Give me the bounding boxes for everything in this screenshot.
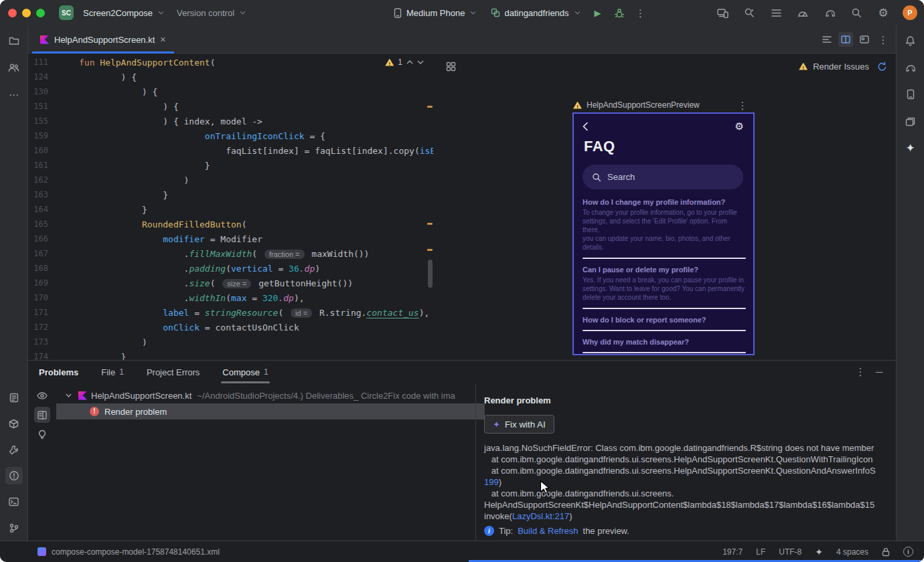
run-button[interactable]: ▶ [591,5,605,20]
notifications-bell-icon[interactable] [902,32,919,50]
gradle-sync-button[interactable] [822,5,837,20]
tab-project-errors[interactable]: Project Errors [147,361,200,383]
quickfix-bulb-icon[interactable] [34,426,50,442]
code-line[interactable]: 174 } [28,349,433,360]
code-line[interactable]: 169 .size( size = getButtonHeight()) [28,276,433,290]
code-line[interactable]: 151 ) { [28,99,433,114]
project-menu[interactable]: Screen2Compose [79,4,167,21]
code-line[interactable]: 170 .widthIn(max = 320.dp), [28,290,433,305]
editor-tab-active[interactable]: HelpAndSupportScreen.kt × [32,25,174,54]
close-window-button[interactable] [8,9,17,17]
design-view-button[interactable] [857,32,872,47]
terminal-tool-button[interactable] [5,493,23,510]
device-selector[interactable]: Medium Phone [388,4,479,21]
todo-tool-button[interactable] [5,389,23,406]
tab-file[interactable]: File 1 [101,361,124,383]
expand-chevron-icon[interactable] [66,393,72,397]
debug-button[interactable] [612,5,627,20]
code-line[interactable]: 171 label = stringResource( id = R.strin… [28,305,433,320]
caret-position-widget[interactable]: 197:7 [722,547,743,557]
refresh-preview-icon[interactable] [874,59,889,74]
device-explorer-tool-button[interactable] [902,112,919,130]
code-line[interactable]: 164 } [28,202,433,217]
version-control-tool-button[interactable] [5,519,23,537]
panel-options-icon[interactable]: ⋮ [853,364,868,379]
problems-tool-button[interactable] [5,467,23,484]
close-tab-icon[interactable]: × [160,35,165,44]
run-configuration-selector[interactable]: datingandfriends [486,4,583,21]
code-view-button[interactable] [820,32,834,47]
warning-stripe-mark[interactable] [427,223,433,225]
version-control-menu[interactable]: Version control [173,4,249,21]
structure-list-button[interactable] [769,5,783,20]
code-line[interactable]: 130 ) { [28,84,433,99]
more-run-actions-button[interactable]: ⋮ [633,5,648,20]
next-warning-button[interactable] [417,60,424,64]
preview-grid-layout-icon[interactable] [443,59,458,74]
faq-settings-gear-icon[interactable]: ⚙ [735,120,744,132]
gemini-ai-tool-button[interactable]: ✦ [902,139,919,157]
back-chevron-icon[interactable] [582,122,589,131]
faq-search-bar[interactable]: Search [583,165,743,189]
code-line[interactable]: 155 ) { index, model -> [28,114,433,128]
code-line[interactable]: 111fun HelpAndSupportContent( [28,55,433,70]
stack-trace-link[interactable]: 199 [484,477,499,487]
problems-panel-title[interactable]: Problems [39,367,78,377]
code-line[interactable]: 124 ) { [28,70,433,84]
statusbar-file-widget[interactable]: compose-compose-model-1758748140651.xml [0,547,220,557]
prev-warning-button[interactable] [406,60,413,64]
code-line[interactable]: 159 onTrailingIconClick = { [28,128,433,143]
tab-compose[interactable]: Compose 1 [222,361,268,383]
fullscreen-window-button[interactable] [36,9,45,17]
profiler-button[interactable] [795,5,810,20]
settings-gear-icon[interactable]: ⚙ [876,5,891,20]
fix-with-ai-button[interactable]: ✦ Fix with AI [484,415,554,434]
code-editor[interactable]: 1 111fun HelpAndSupportContent(124 ) {13… [28,54,433,360]
ai-status-sparkle-icon[interactable]: ✦ [815,547,823,557]
problems-file-row[interactable]: HelpAndSupportScreen.kt ~/AndroidStudioP… [56,387,504,403]
build-refresh-link[interactable]: Build & Refresh [518,526,578,536]
profile-avatar[interactable]: P [903,5,917,20]
device-mirroring-button[interactable] [715,5,730,20]
gradle-tool-button[interactable] [902,59,919,76]
warning-stripe-mark[interactable] [427,106,433,108]
inspections-widget[interactable]: 1 [385,58,424,67]
code-line[interactable]: 167 .fillMaxWidth( fraction = maxWidth()… [28,246,433,261]
code-line[interactable]: 165 RoundedFilledButton( [28,217,433,231]
project-tool-button[interactable] [5,32,23,50]
build-tool-button[interactable] [5,441,23,458]
encoding-widget[interactable]: UTF-8 [779,547,801,557]
code-line[interactable]: 160 faqList[index] = faqList[index].copy… [28,143,433,158]
split-view-button[interactable] [838,32,853,47]
code-line[interactable]: 168 .padding(vertical = 36.dp) [28,261,433,276]
preview-more-options-icon[interactable]: ⋮ [735,98,750,112]
code-line[interactable]: 166 modifier = Modifier [28,231,433,246]
warning-stripe-mark[interactable] [427,249,433,251]
pull-requests-people-icon[interactable] [5,59,23,76]
indent-widget[interactable]: 4 spaces [836,547,868,557]
code-line[interactable]: 162 ) [28,173,433,187]
details-view-toggle-icon[interactable] [34,407,50,423]
code-line[interactable]: 173 ) [28,335,433,349]
line-separator-widget[interactable]: LF [756,547,765,557]
minimize-window-button[interactable] [22,9,31,17]
editor-scrollbar[interactable] [428,260,433,288]
dependencies-tool-button[interactable] [5,415,23,432]
info-icon[interactable]: i [903,547,913,557]
preview-visibility-eye-icon[interactable] [34,387,50,403]
preview-card-header[interactable]: HelpAndSupportScreenPreview ⋮ [573,98,750,112]
search-everywhere-button[interactable] [849,5,864,20]
device-manager-tool-button[interactable] [902,86,919,103]
lock-icon[interactable] [882,547,890,557]
code-line[interactable]: 172 onClick = contactUsOnClick [28,320,433,335]
ai-search-button[interactable] [742,5,757,20]
render-problem-row[interactable]: Render problem [56,403,485,419]
hide-panel-icon[interactable]: ─ [872,364,887,379]
editor-more-options-button[interactable]: ⋮ [876,32,891,47]
preview-device-screen[interactable]: ⚙ FAQ Search How do I change my profile … [572,112,755,355]
more-tool-windows-icon[interactable]: ⋯ [5,86,23,103]
stack-trace-link[interactable]: LazyDsl.kt:217 [512,511,569,521]
render-issues-widget[interactable]: Render Issues [799,54,889,79]
code-line[interactable]: 163 } [28,187,433,202]
code-line[interactable]: 161 } [28,158,433,173]
